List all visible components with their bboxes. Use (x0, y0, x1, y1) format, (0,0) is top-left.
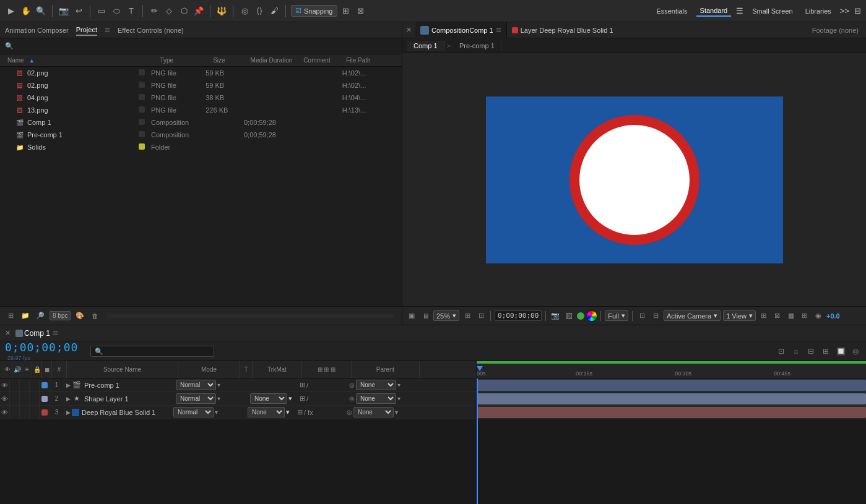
track-row-2[interactable] (477, 392, 866, 406)
color-wheel-icon[interactable] (587, 311, 597, 321)
hand-tool-icon[interactable]: ✋ (20, 5, 32, 17)
monitor-icon[interactable]: 🖥 (420, 310, 431, 322)
comp-tab-close[interactable]: ✕ (402, 26, 415, 34)
solo-icon[interactable]: ☼ (790, 346, 802, 357)
track-row-3[interactable] (477, 406, 866, 419)
track-row-1[interactable] (477, 378, 866, 392)
folder-icon[interactable]: 📁 (20, 310, 31, 322)
zoom-tool-icon[interactable]: 🔍 (35, 5, 47, 17)
list-item[interactable]: 🖼 02.png PNG file 59 KB H:\02\... (0, 79, 402, 92)
new-item-icon[interactable]: ⊞ (5, 310, 16, 322)
puppet-tool-icon[interactable]: 📌 (193, 5, 205, 17)
always-preview-icon[interactable]: ▣ (406, 310, 417, 322)
tracker-icon[interactable]: ◎ (238, 5, 251, 17)
workspace-smallscreen[interactable]: Small Screen (748, 6, 796, 16)
trkmat-select-2[interactable]: None (250, 393, 287, 404)
snapping-button[interactable]: ☑ Snapping (291, 5, 337, 17)
fast-prev-icon[interactable]: ⊡ (636, 310, 647, 322)
timeline-tab-menu[interactable]: ☰ (53, 330, 58, 336)
transparency-icon[interactable]: ▦ (786, 310, 797, 322)
viewer-timecode[interactable]: 0;00;00;00 (495, 310, 542, 321)
parent-select-1[interactable]: None (356, 380, 396, 390)
show-snapshot-icon[interactable]: 🖼 (563, 310, 574, 322)
layer-vis-1[interactable]: 👁 (0, 378, 10, 391)
list-item[interactable]: 🖼 13.png PNG file 226 KB H:\13\... (0, 104, 402, 116)
col-header-path[interactable]: File Path (344, 56, 397, 65)
3d-icon[interactable]: 🔲 (835, 346, 846, 357)
mode-select-1[interactable]: Normal (176, 380, 216, 390)
workspace-essentials[interactable]: Essentials (652, 6, 691, 16)
list-item[interactable]: 🎬 Pre-comp 1 Composition 0;00;59;28 (0, 129, 402, 141)
motion-blur-icon[interactable]: ⊟ (805, 346, 816, 357)
delete-icon[interactable]: 🗑 (89, 310, 100, 322)
viewer-subtab-precomp1[interactable]: Pre-comp 1 (453, 41, 501, 51)
timeline-search[interactable] (90, 346, 214, 357)
layer-solo-2[interactable] (20, 392, 30, 405)
warp-icon[interactable]: ⟨⟩ (253, 5, 266, 17)
col-header-duration[interactable]: Media Duration (248, 56, 301, 65)
trkmat-select-3[interactable]: None (248, 407, 285, 417)
layer-tab[interactable]: Layer Deep Royal Blue Solid 1 (507, 25, 618, 35)
list-item[interactable]: 🖼 02.png PNG file 59 KB H:\02\... (0, 67, 402, 79)
search-input[interactable] (17, 43, 397, 50)
col-header-name[interactable]: Name (5, 56, 27, 65)
timeline-tab-comp1[interactable]: Comp 1 ☰ (15, 329, 58, 338)
layer-parent-2[interactable]: ◎ None ▾ (349, 393, 417, 404)
layer-vis-2[interactable]: 👁 (0, 392, 10, 405)
layer-row[interactable]: 👁 3 ▶ Deep Royal Blue Solid 1 Normal ▾ (0, 406, 476, 419)
render-icon[interactable]: ◉ (813, 310, 824, 322)
composition-tab[interactable]: Composition Comp 1 ☰ (415, 22, 507, 38)
layer-mode-1[interactable]: Normal ▾ (176, 380, 238, 390)
ellipse-tool-icon[interactable]: ⬭ (110, 5, 123, 17)
layer-parent-1[interactable]: ◎ None ▾ (349, 380, 417, 390)
overlay-icon[interactable]: ⊠ (772, 310, 783, 322)
list-item[interactable]: 📁 Solids Folder (0, 141, 402, 153)
layer-mode-3[interactable]: Normal ▾ (173, 407, 235, 417)
snap-icon[interactable]: ⊞ (340, 5, 352, 17)
layer-trkmat-2[interactable]: None ▾ (250, 393, 300, 404)
col-header-comment[interactable]: Comment (301, 56, 344, 65)
layout-icon[interactable]: ⊞ (758, 310, 769, 322)
layer-expand-3[interactable]: ▶ (64, 406, 72, 419)
draft-icon[interactable]: ◎ (850, 346, 861, 357)
layer-expand-2[interactable]: ▶ (64, 392, 72, 405)
camera-dropdown[interactable]: Active Camera ▾ (664, 310, 721, 321)
search-footage-icon[interactable]: 🔎 (35, 310, 46, 322)
workspace-standard-menu[interactable]: ☰ (736, 6, 743, 15)
layer-trkmat-3[interactable]: None ▾ (248, 407, 297, 417)
pen-tool-icon[interactable]: ✏ (148, 5, 160, 17)
project-tab-menu[interactable]: ☰ (105, 27, 110, 33)
timeline-timecode[interactable]: 0;00;00;00 (5, 341, 78, 354)
col-header-size[interactable]: Size (210, 56, 248, 65)
views-dropdown[interactable]: 1 View ▾ (723, 310, 756, 321)
layer-audio-3[interactable] (10, 406, 20, 419)
camera-tool-icon[interactable]: 📷 (58, 5, 70, 17)
fit-icon[interactable]: ⊞ (462, 310, 473, 322)
comp-tab-menu[interactable]: ☰ (496, 27, 501, 33)
region-icon[interactable]: ⊟ (650, 310, 661, 322)
snapping-checkbox[interactable]: ☑ (295, 7, 301, 15)
quality-dropdown[interactable]: Full ▾ (605, 310, 628, 321)
viewer-subtab-comp1[interactable]: Comp 1 (407, 41, 444, 51)
text-tool-icon[interactable]: T (125, 5, 137, 17)
layer-solo-3[interactable] (20, 406, 30, 419)
layer-lock-2[interactable] (30, 392, 40, 405)
layer-expand-1[interactable]: ▶ (64, 378, 72, 391)
selection-tool-icon[interactable]: ▶ (5, 5, 17, 17)
brush-icon[interactable]: 🖌 (268, 5, 280, 17)
workspace-more[interactable]: >> (840, 6, 849, 15)
col-header-type[interactable]: Type (157, 56, 210, 65)
mask-tool-icon[interactable]: ◇ (163, 5, 175, 17)
mode-select-2[interactable]: Normal (176, 393, 216, 404)
color-depth-icon[interactable]: 🎨 (74, 310, 85, 322)
list-item[interactable]: 🎬 Comp 1 Composition 0;00;59;28 (0, 116, 402, 129)
parent-select-3[interactable]: None (353, 407, 394, 417)
tab-project[interactable]: Project (76, 25, 97, 36)
parent-select-2[interactable]: None (356, 393, 396, 404)
rotation-tool-icon[interactable]: ↩ (72, 5, 85, 17)
frame-blending-icon[interactable]: ⊞ (820, 346, 831, 357)
snapshot-icon[interactable]: 📷 (550, 310, 561, 322)
workspace-overflow[interactable]: ⊟ (854, 6, 861, 15)
grid-icon[interactable]: ⊞ (799, 310, 810, 322)
list-item[interactable]: 🖼 04.png PNG file 38 KB H:\04\... (0, 92, 402, 104)
